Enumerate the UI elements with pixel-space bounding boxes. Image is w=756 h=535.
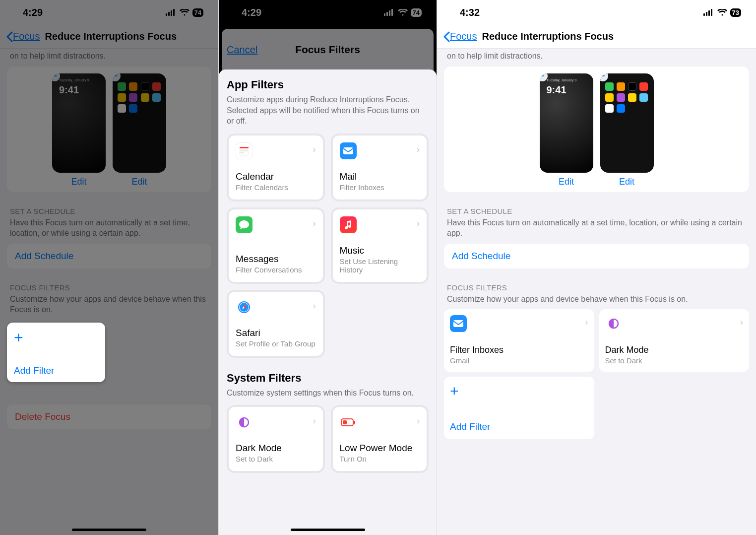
svg-rect-23 [343, 420, 347, 424]
calendar-icon [236, 142, 252, 159]
svg-rect-27 [711, 9, 712, 16]
add-schedule-button[interactable]: Add Schedule [7, 244, 211, 268]
svg-rect-14 [241, 152, 242, 153]
svg-rect-4 [384, 13, 385, 16]
status-bar: 4:29 74 [0, 0, 218, 25]
svg-rect-2 [171, 10, 172, 16]
svg-rect-28 [453, 320, 463, 327]
edit-lock-screen[interactable]: Edit [71, 177, 86, 187]
edit-lock-screen[interactable]: Edit [559, 177, 574, 187]
svg-rect-1 [168, 12, 170, 16]
status-bar: 4:29 74 [219, 0, 437, 25]
cellular-icon [166, 9, 177, 16]
status-time: 4:32 [460, 7, 480, 18]
back-button[interactable]: Focus [6, 31, 40, 42]
remove-badge[interactable]: − [113, 73, 121, 81]
filter-messages[interactable]: › Messages Filter Conversations [227, 207, 325, 284]
messages-icon [236, 216, 252, 233]
svg-rect-7 [391, 9, 393, 16]
cellular-icon [384, 9, 395, 16]
lock-time: 9:41 [59, 84, 79, 96]
home-screen-preview[interactable]: − Edit [599, 73, 655, 187]
add-schedule-button[interactable]: Add Schedule [444, 244, 749, 268]
back-label: Focus [450, 31, 477, 42]
chevron-right-icon: › [417, 218, 420, 229]
mail-icon [450, 315, 467, 332]
battery-icon: 74 [411, 8, 422, 17]
dark-mode-icon [605, 315, 622, 332]
lock-screen-preview[interactable]: − Tuesday, January 9 9:41 Edit [51, 73, 107, 187]
schedule-desc: Have this Focus turn on automatically at… [447, 217, 746, 239]
screenshot-2: 4:29 74 Cancel Focus Filters App Filters… [218, 0, 437, 535]
filters-desc: Customize how your apps and device behav… [10, 294, 208, 315]
schedule-header: SET A SCHEDULE Have this Focus turn on a… [7, 207, 211, 239]
sheet-title: Focus Filters [295, 44, 360, 56]
chevron-right-icon: › [313, 416, 316, 426]
filter-title: Messages [236, 254, 316, 265]
svg-rect-5 [386, 12, 388, 16]
svg-rect-13 [247, 150, 248, 151]
filter-sub: Filter Conversations [236, 266, 316, 274]
nav-bar: Focus Reduce Interruptions Focus [0, 25, 218, 49]
filter-title: Low Power Mode [340, 443, 420, 454]
focus-filters-sheet: App Filters Customize apps during Reduce… [219, 69, 437, 535]
cellular-icon [703, 9, 714, 16]
filter-title: Calendar [236, 171, 316, 182]
screen-preview-card: − Tuesday, January 9 9:41 Edit − [7, 67, 211, 192]
filter-music[interactable]: › Music Set Use Listening History [331, 207, 429, 284]
edit-home-screen[interactable]: Edit [131, 177, 147, 187]
svg-rect-26 [708, 10, 710, 16]
filters-desc: Customize how your apps and device behav… [447, 294, 746, 305]
add-filter-tile[interactable]: + Add Filter [7, 323, 105, 382]
svg-rect-15 [243, 152, 244, 153]
add-filter-label: Add Filter [450, 421, 588, 432]
status-bar: 4:32 73 [437, 0, 756, 25]
back-button[interactable]: Focus [443, 31, 477, 42]
status-icons: 73 [703, 8, 741, 17]
chevron-right-icon: › [313, 144, 316, 155]
schedule-title: SET A SCHEDULE [447, 207, 746, 215]
system-filters-desc: Customize system settings when this Focu… [227, 388, 429, 399]
svg-rect-12 [245, 150, 246, 151]
filters-header: FOCUS FILTERS Customize how your apps an… [444, 283, 749, 305]
filter-title: Mail [340, 171, 420, 182]
filter-calendar[interactable]: › Calendar Filter Calendars [227, 134, 325, 201]
chevron-right-icon: › [740, 317, 743, 328]
content: on to help limit distractions. − Tuesday… [437, 49, 756, 439]
chevron-left-icon [6, 31, 13, 42]
delete-focus-button[interactable]: Delete Focus [7, 404, 211, 429]
svg-rect-11 [243, 150, 244, 151]
home-screen-preview[interactable]: − Edit [112, 73, 167, 187]
back-label: Focus [13, 31, 40, 42]
filter-mail[interactable]: › Mail Filter Inboxes [331, 134, 429, 201]
filter-mail-inboxes[interactable]: › Filter Inboxes Gmail [444, 309, 594, 372]
filter-dark-mode[interactable]: › Dark Mode Set to Dark [599, 309, 750, 372]
filter-low-power[interactable]: › Low Power Mode Turn On [331, 405, 429, 473]
filter-safari[interactable]: › Safari Set Profile or Tab Group [227, 290, 325, 358]
dark-mode-icon [236, 414, 252, 431]
svg-rect-22 [354, 421, 355, 424]
safari-icon [236, 299, 252, 316]
add-filter-label: Add Filter [14, 365, 98, 376]
add-filter-tile[interactable]: + Add Filter [444, 377, 594, 439]
remove-badge[interactable]: − [600, 73, 608, 81]
filter-dark-mode[interactable]: › Dark Mode Set to Dark [227, 405, 325, 473]
edit-home-screen[interactable]: Edit [619, 177, 634, 187]
home-indicator [72, 529, 146, 531]
lock-screen-preview[interactable]: − Tuesday, January 9 9:41 Edit [539, 73, 594, 187]
filter-title: Music [340, 245, 420, 256]
cancel-button[interactable]: Cancel [227, 44, 257, 56]
filter-sub: Set to Dark [236, 455, 316, 463]
intro-text: on to help limit distractions. [444, 49, 749, 67]
chevron-right-icon: › [313, 301, 316, 311]
system-filters-grid: › Dark Mode Set to Dark › Low Power Mode… [227, 405, 429, 473]
status-icons: 74 [166, 8, 203, 17]
schedule-header: SET A SCHEDULE Have this Focus turn on a… [444, 207, 749, 239]
status-time: 4:29 [23, 7, 43, 18]
wifi-icon [717, 9, 727, 16]
filter-sub: Set to Dark [605, 356, 744, 365]
wifi-icon [180, 9, 189, 16]
nav-title: Reduce Interruptions Focus [482, 31, 614, 42]
app-filters-desc: Customize apps during Reduce Interruptio… [227, 94, 429, 127]
status-icons: 74 [384, 8, 422, 17]
